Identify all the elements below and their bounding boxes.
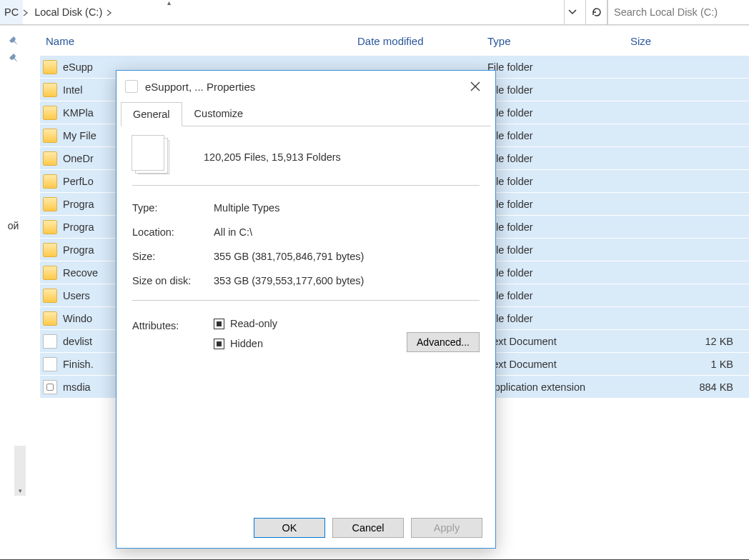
dialog-titlebar[interactable]: eSupport, ... Properties (116, 71, 495, 102)
value-type: Multiple Types (214, 202, 279, 214)
file-name: eSupp (63, 61, 93, 73)
folder-icon (43, 174, 57, 189)
close-icon (470, 81, 480, 91)
file-name: Windo (63, 313, 92, 324)
dialog-tabs: General Customize (121, 102, 491, 126)
document-icon (125, 80, 138, 93)
cell-type: File folder (487, 199, 630, 210)
checkbox-readonly[interactable]: Read-only (214, 318, 480, 329)
folder-icon (43, 83, 57, 97)
summary-text: 120,205 Files, 15,913 Folders (204, 151, 341, 163)
cell-type: File folder (487, 130, 630, 141)
ok-button[interactable]: OK (254, 518, 325, 538)
sidebar-text-stub: ой (8, 220, 19, 231)
cell-type: File folder (487, 84, 630, 96)
cell-type: File folder (487, 313, 630, 324)
cell-type: File folder (487, 221, 630, 233)
chevron-down-icon: ▾ (19, 487, 22, 494)
advanced-button[interactable]: Advanced... (407, 332, 480, 352)
cell-type: Application extension (487, 381, 630, 393)
label-attributes: Attributes: (132, 318, 214, 331)
label-location: Location: (132, 226, 214, 238)
cell-type: File folder (487, 153, 630, 164)
checkbox-icon (214, 339, 224, 349)
column-date-modified[interactable]: Date modified (357, 35, 487, 47)
address-bar: PC Local Disk (C:) (0, 0, 749, 26)
breadcrumb-pc[interactable]: PC (0, 0, 23, 24)
breadcrumb-local-disk[interactable]: Local Disk (C:) (30, 0, 106, 24)
folder-icon (43, 311, 57, 326)
cell-type: File folder (487, 290, 630, 301)
tab-general[interactable]: General (121, 102, 182, 126)
column-name[interactable]: Name (40, 35, 357, 47)
dialog-title: eSupport, ... Properties (145, 81, 462, 93)
pin-icon (9, 36, 19, 46)
chevron-right-icon (106, 6, 114, 18)
file-name: OneDr (63, 153, 94, 164)
file-name: KMPla (63, 107, 94, 119)
search-input[interactable] (614, 6, 743, 18)
pin-icon (9, 53, 19, 63)
divider (132, 300, 480, 301)
checkbox-icon (214, 319, 224, 329)
file-name: Recove (63, 267, 98, 279)
sidebar-scrollbar[interactable]: ▾ (14, 446, 26, 496)
checkbox-hidden-label: Hidden (230, 338, 263, 349)
sort-indicator-icon: ▴ (167, 0, 171, 6)
divider (132, 185, 480, 186)
cell-size: 884 KB (630, 381, 749, 393)
folder-icon (43, 197, 57, 211)
file-name: devlist (63, 336, 92, 347)
tab-customize[interactable]: Customize (182, 101, 256, 126)
value-location: All in C:\ (214, 226, 252, 238)
file-icon (43, 357, 57, 371)
file-icon (43, 334, 57, 349)
file-name: Intel (63, 84, 82, 96)
folder-icon (43, 243, 57, 257)
breadcrumb-disk-label: Local Disk (C:) (34, 6, 102, 18)
cell-type: File folder (487, 107, 630, 119)
cell-type: File folder (487, 244, 630, 256)
refresh-icon (591, 6, 602, 18)
folder-icon (43, 220, 57, 234)
close-button[interactable] (462, 75, 488, 98)
label-size: Size: (132, 251, 214, 262)
label-size-on-disk: Size on disk: (132, 275, 214, 286)
column-size[interactable]: Size (630, 35, 749, 47)
properties-dialog: eSupport, ... Properties General Customi… (116, 70, 496, 549)
folder-icon (43, 60, 57, 74)
column-headers: ▴ Name Date modified Type Size (40, 26, 749, 56)
file-name: Progra (63, 221, 94, 233)
folder-icon (43, 266, 57, 280)
value-size: 355 GB (381,705,846,791 bytes) (214, 251, 364, 262)
cell-type: File folder (487, 61, 630, 73)
cell-type: File folder (487, 267, 630, 279)
breadcrumb: PC Local Disk (C:) (0, 0, 586, 25)
multiple-files-icon (138, 140, 169, 174)
checkbox-readonly-label: Read-only (230, 318, 277, 329)
apply-button[interactable]: Apply (411, 518, 482, 538)
chevron-right-icon (23, 6, 30, 18)
folder-icon (43, 129, 57, 143)
column-type[interactable]: Type (487, 35, 630, 47)
cell-type: Text Document (487, 336, 630, 347)
cell-size: 12 KB (630, 336, 749, 347)
folder-icon (43, 151, 57, 166)
cancel-button[interactable]: Cancel (332, 518, 404, 538)
file-name: msdia (63, 381, 91, 393)
refresh-button[interactable] (586, 0, 607, 25)
breadcrumb-pc-label: PC (4, 6, 19, 18)
file-name: PerfLo (63, 176, 94, 187)
file-name: My File (63, 130, 96, 141)
file-name: Progra (63, 199, 94, 210)
dialog-buttons: OK Cancel Apply (116, 508, 495, 548)
label-type: Type: (132, 202, 214, 214)
nav-sidebar: ой ▾ (0, 26, 27, 560)
file-name: Progra (63, 244, 94, 256)
cell-type: Text Document (487, 359, 630, 370)
cell-size: 1 KB (630, 359, 749, 370)
file-name: Users (63, 290, 90, 301)
file-name: Finish. (63, 359, 94, 370)
tab-general-body: 120,205 Files, 15,913 Folders Type: Mult… (116, 126, 495, 508)
address-history-dropdown[interactable] (564, 0, 580, 24)
